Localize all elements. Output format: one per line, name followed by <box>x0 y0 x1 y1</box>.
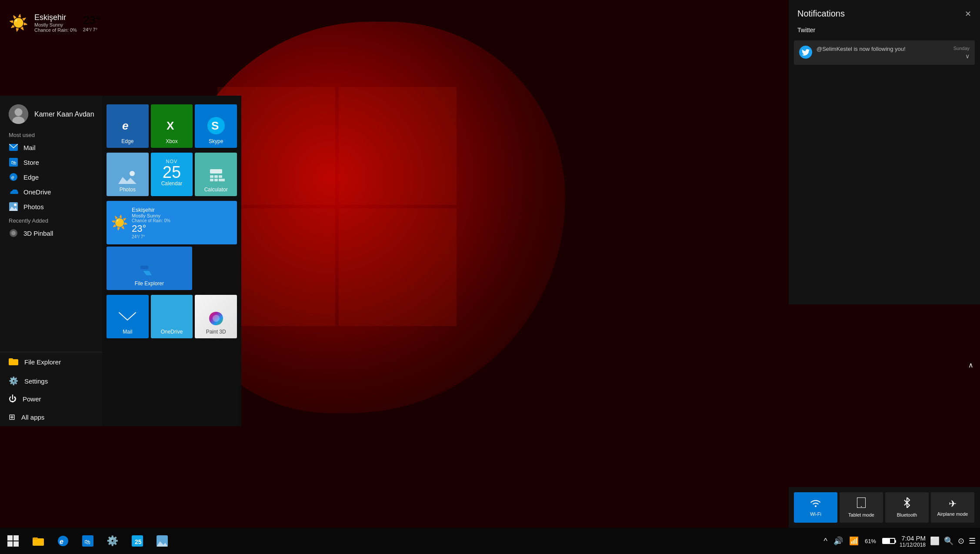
tile-calendar-label: Calendar <box>161 180 183 187</box>
taskbar-tray: ^ 🔊 📶 61% 7:04 PM 11/12/2018 ⬜ 🔍 ⊙ ☰ <box>823 534 980 548</box>
weather-temp: 23° <box>83 13 100 27</box>
weather-tile-content: Eskişehir Mostly Sunny Chance of Rain: 0… <box>132 207 170 239</box>
tile-skype[interactable]: S Skype <box>195 104 237 148</box>
system-clock[interactable]: 7:04 PM 11/12/2018 <box>900 534 926 548</box>
clock-date: 11/12/2018 <box>900 542 926 548</box>
store-label: Store <box>23 159 39 166</box>
tile-photos[interactable]: Photos <box>107 153 149 196</box>
tile-onedrive[interactable]: OneDrive <box>151 295 193 338</box>
svg-point-10 <box>14 204 17 206</box>
settings-icon: ⚙️ <box>9 376 18 386</box>
notification-content: @SelimKestel is now following you! <box>817 46 949 52</box>
weather-sun-icon: ☀️ <box>9 14 28 32</box>
svg-point-23 <box>130 171 135 176</box>
3dpinball-label: 3D Pinball <box>23 230 53 237</box>
weather-range: 24°/ 7° <box>83 27 100 32</box>
taskbar-settings[interactable]: ⚙️ <box>100 528 124 554</box>
user-name: Kamer Kaan Avdan <box>34 110 94 118</box>
tray-chevron[interactable]: ^ <box>823 537 827 546</box>
task-view-icon[interactable]: ⬜ <box>930 536 940 546</box>
chevron-up-button[interactable]: ∧ <box>966 359 976 371</box>
svg-rect-41 <box>13 541 19 547</box>
notification-item: @SelimKestel is now following you! Sunda… <box>794 40 975 65</box>
onedrive-label: OneDrive <box>23 188 51 196</box>
taskbar-edge[interactable]: e <box>51 528 75 554</box>
power-label: Power <box>23 395 41 403</box>
tile-photos-label: Photos <box>120 187 136 193</box>
battery-percent: 61% <box>865 538 876 544</box>
onedrive-icon <box>9 187 18 197</box>
svg-text:e: e <box>122 119 128 132</box>
file-explorer-icon <box>9 357 18 367</box>
svg-rect-33 <box>140 266 148 269</box>
tile-file-explorer[interactable]: File Explorer <box>107 247 192 290</box>
quick-action-tablet[interactable]: Tablet mode <box>840 492 883 523</box>
svg-rect-31 <box>219 179 225 181</box>
search-taskbar-icon[interactable]: 🔍 <box>944 536 953 546</box>
cortana-icon[interactable]: ⊙ <box>958 536 964 546</box>
tile-file-explorer-label: File Explorer <box>135 280 164 287</box>
tile-skype-label: Skype <box>209 138 223 144</box>
wifi-tray-icon[interactable]: 📶 <box>849 536 859 546</box>
tablet-mode-icon <box>857 497 866 511</box>
start-button[interactable] <box>0 528 26 554</box>
weather-widget[interactable]: ☀️ Eskişehir Mostly Sunny Chance of Rain… <box>9 13 100 33</box>
volume-icon[interactable]: 🔊 <box>833 536 843 546</box>
tiles-row-1: e Edge X Xbox S Skype <box>107 104 237 148</box>
taskbar-photos[interactable] <box>150 528 174 554</box>
tile-paint3d[interactable]: Paint 3D <box>195 295 237 338</box>
tiles-row-2: Photos NOV 25 Calendar Calculator <box>107 153 237 196</box>
tile-xbox-label: Xbox <box>166 138 177 144</box>
svg-rect-38 <box>7 535 13 541</box>
tile-mail[interactable]: Mail <box>107 295 149 338</box>
weather-rain: Chance of Rain: 0% <box>34 27 77 33</box>
airplane-mode-icon: ✈ <box>949 498 957 510</box>
svg-rect-28 <box>219 175 222 178</box>
notification-expand-button[interactable]: ∨ <box>965 53 970 60</box>
svg-rect-43 <box>33 537 38 540</box>
taskbar-calendar[interactable]: 25 <box>125 528 149 554</box>
tile-xbox[interactable]: X Xbox <box>151 104 193 148</box>
weather-city: Eskişehir <box>34 13 77 22</box>
all-apps-label: All apps <box>21 414 44 421</box>
quick-action-wifi[interactable]: Wi-Fi <box>794 492 837 523</box>
svg-text:🛍: 🛍 <box>84 538 90 545</box>
tile-edge[interactable]: e Edge <box>107 104 149 148</box>
tile-weather[interactable]: ☀️ Eskişehir Mostly Sunny Chance of Rain… <box>107 201 237 244</box>
notifications-close-button[interactable]: ✕ <box>965 9 971 19</box>
taskbar-store[interactable]: 🛍 <box>76 528 100 554</box>
quick-action-airplane[interactable]: ✈ Airplane mode <box>931 492 974 523</box>
svg-rect-26 <box>210 175 213 178</box>
photos-icon <box>9 202 18 211</box>
bluetooth-icon <box>903 497 910 511</box>
tablet-mode-label: Tablet mode <box>848 512 874 517</box>
wifi-quick-icon <box>810 498 821 510</box>
svg-point-1 <box>15 108 23 116</box>
mail-icon <box>9 143 18 152</box>
notification-taskbar-icon[interactable]: ☰ <box>969 536 976 546</box>
svg-rect-25 <box>210 169 222 174</box>
avatar[interactable] <box>9 104 28 124</box>
settings-label: Settings <box>24 377 48 385</box>
tile-paint3d-label: Paint 3D <box>206 329 226 335</box>
weather-temp-block: 23° 24°/ 7° <box>83 13 100 32</box>
tile-calendar[interactable]: NOV 25 Calendar <box>151 153 193 196</box>
notifications-panel: Notifications ✕ Twitter @SelimKestel is … <box>789 0 980 304</box>
weather-tile-city: Eskişehir <box>132 207 170 213</box>
notifications-title: Notifications <box>797 9 845 19</box>
weather-tile-temp: 23° <box>132 223 170 234</box>
power-icon: ⏻ <box>9 394 17 404</box>
system-tray: ^ 🔊 📶 61% <box>823 536 895 546</box>
wifi-label: Wi-Fi <box>810 511 821 517</box>
svg-text:e: e <box>60 538 63 545</box>
battery-bar <box>882 538 895 544</box>
tile-calculator[interactable]: Calculator <box>195 153 237 196</box>
quick-action-bluetooth[interactable]: Bluetooth <box>885 492 929 523</box>
mail-label: Mail <box>23 144 36 151</box>
tile-mail-label: Mail <box>123 329 132 335</box>
photos-label: Photos <box>23 203 44 210</box>
taskbar-file-explorer[interactable] <box>26 528 50 554</box>
tiles-panel: e Edge X Xbox S Skype Photos NOV 25 Cale… <box>102 96 241 426</box>
airplane-mode-label: Airplane mode <box>937 511 968 517</box>
edge-icon: e <box>9 172 18 182</box>
